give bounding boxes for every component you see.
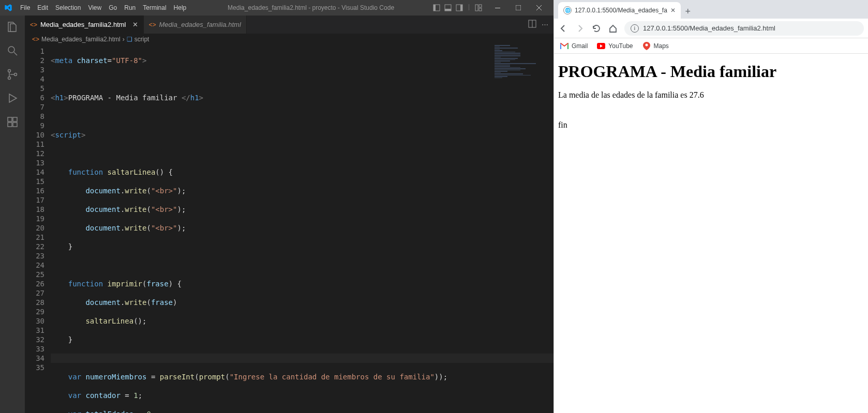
breadcrumb[interactable]: <> Media_edades_familia2.html › ❑ script	[25, 34, 553, 45]
bookmarks-bar: Gmail YouTube Maps	[554, 38, 868, 54]
more-actions-icon[interactable]: ⋯	[542, 21, 548, 28]
browser-window: 🌐 127.0.0.1:5500/Media_edades_fa ✕ + i 1…	[553, 0, 868, 413]
breadcrumb-file: Media_edades_familia2.html	[41, 36, 121, 43]
site-info-icon[interactable]: i	[631, 24, 639, 33]
svg-rect-8	[479, 8, 482, 11]
svg-point-22	[645, 43, 648, 46]
menu-edit[interactable]: Edit	[34, 4, 52, 11]
browser-tab-strip: 🌐 127.0.0.1:5500/Media_edades_fa ✕ +	[554, 0, 868, 19]
code-content[interactable]: <meta charset="UTF-8"> <h1>PROGRAMA - Me…	[51, 45, 553, 413]
panel-right-icon[interactable]	[455, 3, 464, 12]
bookmark-youtube[interactable]: YouTube	[597, 42, 633, 50]
editor-tabs: <> Media_edades_familia2.html ✕ <> Media…	[25, 16, 553, 34]
menu-help[interactable]: Help	[170, 4, 190, 11]
browser-toolbar: i 127.0.0.1:5500/Media_edades_familia2.h…	[554, 19, 868, 38]
bookmark-maps[interactable]: Maps	[642, 42, 669, 50]
breadcrumb-symbol: script	[134, 36, 149, 43]
svg-rect-18	[13, 117, 17, 121]
vscode-window: File Edit Selection View Go Run Terminal…	[0, 0, 553, 413]
menu-file[interactable]: File	[17, 4, 34, 11]
svg-rect-15	[8, 117, 12, 121]
gmail-icon	[560, 42, 568, 50]
source-control-icon[interactable]	[5, 67, 20, 82]
page-fin: fin	[558, 120, 864, 130]
bookmark-gmail[interactable]: Gmail	[560, 42, 588, 50]
svg-rect-16	[8, 123, 12, 127]
svg-rect-10	[516, 5, 521, 10]
close-button[interactable]	[529, 0, 549, 16]
svg-point-13	[8, 77, 11, 80]
vscode-logo-icon	[4, 4, 12, 12]
back-button[interactable]	[558, 23, 568, 34]
globe-icon: 🌐	[563, 6, 572, 14]
editor-area: <> Media_edades_familia2.html ✕ <> Media…	[25, 16, 553, 413]
line-gutter: 1234567891011121314151617181920212223242…	[25, 45, 51, 413]
explorer-icon[interactable]	[5, 20, 20, 34]
tab-label: Media_edades_familia.html	[159, 21, 241, 28]
svg-rect-5	[460, 5, 462, 11]
home-button[interactable]	[608, 23, 618, 34]
tab-active[interactable]: <> Media_edades_familia2.html ✕	[25, 16, 144, 34]
minimap[interactable]	[495, 45, 546, 81]
page-result: La media de las edades de la familia es …	[558, 90, 864, 100]
run-debug-icon[interactable]	[5, 91, 20, 105]
code-editor[interactable]: 1234567891011121314151617181920212223242…	[25, 45, 553, 413]
svg-rect-7	[479, 5, 482, 7]
youtube-icon	[597, 42, 605, 50]
html-file-icon: <>	[32, 36, 39, 43]
window-controls	[487, 0, 549, 16]
split-editor-icon[interactable]	[528, 20, 536, 29]
panel-bottom-icon[interactable]	[443, 3, 453, 12]
svg-rect-1	[433, 5, 436, 11]
forward-button[interactable]	[575, 23, 585, 34]
url-text: 127.0.0.1:5500/Media_edades_familia2.htm…	[643, 24, 775, 32]
menu-run[interactable]: Run	[121, 4, 139, 11]
svg-rect-17	[13, 123, 17, 127]
browser-tab-title: 127.0.0.1:5500/Media_edades_fa	[575, 7, 667, 14]
svg-point-12	[8, 70, 11, 72]
close-icon[interactable]: ✕	[132, 21, 138, 28]
activity-bar	[0, 16, 25, 413]
reload-button[interactable]	[591, 23, 602, 34]
new-tab-button[interactable]: +	[681, 4, 695, 19]
menu-terminal[interactable]: Terminal	[139, 4, 170, 11]
title-bar: File Edit Selection View Go Run Terminal…	[0, 0, 553, 16]
page-content: PROGRAMA - Media familiar La media de la…	[554, 54, 868, 413]
extensions-icon[interactable]	[5, 115, 20, 129]
html-file-icon: <>	[30, 21, 37, 28]
svg-rect-3	[445, 9, 451, 11]
menu-selection[interactable]: Selection	[52, 4, 84, 11]
customize-layout-icon[interactable]	[474, 3, 483, 12]
address-bar[interactable]: i 127.0.0.1:5500/Media_edades_familia2.h…	[624, 21, 864, 36]
svg-point-11	[8, 47, 14, 53]
menu-view[interactable]: View	[84, 4, 105, 11]
html-file-icon: <>	[149, 21, 156, 28]
browser-tab[interactable]: 🌐 127.0.0.1:5500/Media_edades_fa ✕	[558, 2, 681, 19]
close-icon[interactable]: ✕	[670, 7, 676, 14]
tab-inactive[interactable]: <> Media_edades_familia.html	[144, 16, 247, 34]
svg-rect-6	[475, 5, 478, 11]
svg-rect-9	[495, 8, 500, 8]
window-title: Media_edades_familia2.html - proyecto - …	[190, 4, 432, 11]
svg-point-14	[14, 73, 17, 76]
tab-label: Media_edades_familia2.html	[40, 21, 126, 28]
search-icon[interactable]	[5, 43, 20, 58]
maximize-button[interactable]	[508, 0, 529, 16]
maps-icon	[642, 42, 651, 50]
panel-left-icon[interactable]	[432, 3, 441, 12]
minimize-button[interactable]	[487, 0, 508, 16]
menu-go[interactable]: Go	[105, 4, 121, 11]
layout-icons: |	[432, 3, 483, 12]
symbol-icon: ❑	[127, 36, 132, 43]
page-heading: PROGRAMA - Media familiar	[558, 62, 864, 81]
